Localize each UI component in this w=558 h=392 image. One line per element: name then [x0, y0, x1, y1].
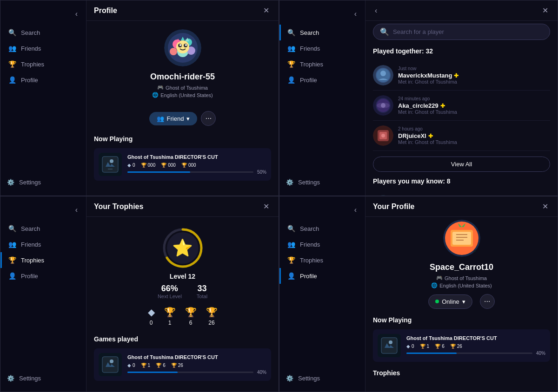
timestamp-2: 24 minutes ago: [398, 96, 550, 101]
met-in-3: Met in: Ghost of Tsushima: [398, 139, 550, 145]
gold-p3: 🏆 1: [141, 363, 151, 368]
player-item-3: 2 hours ago DRjuiceXl ✚ Met in: Ghost of…: [373, 121, 550, 151]
avatar-ace: [373, 195, 393, 196]
online-button-p4[interactable]: Online ▾: [428, 294, 472, 309]
back-btn-p4[interactable]: ‹: [352, 204, 359, 216]
online-dot-p4: [435, 300, 439, 303]
game-title-p3: Ghost of Tsushima DIRECTOR'S CUT: [127, 354, 266, 360]
progress-pct-p3: 40%: [257, 370, 266, 375]
sidebar-trophies-p1[interactable]: 🏆 Trophies: [0, 56, 86, 72]
silver-icon: 🏆: [161, 163, 166, 168]
met-in-1: Met in: Ghost of Tsushima: [398, 79, 550, 85]
gold-p1: 🏆 000: [141, 163, 156, 168]
platinum-p1: ◆ 0: [127, 163, 135, 168]
friend-button-p1[interactable]: 👥 Friend ▾: [149, 112, 198, 125]
sidebar-profile-p3[interactable]: 👤 Profile: [0, 268, 86, 284]
sidebar-profile-p4[interactable]: 👤 Profile: [279, 268, 365, 284]
close-btn-p4[interactable]: ✕: [540, 200, 550, 213]
search-box-p2[interactable]: 🔍: [373, 24, 550, 40]
game-thumbnail-p3: [99, 353, 122, 376]
sidebar-friends-p3[interactable]: 👥 Friends: [0, 236, 86, 252]
panel-search: ‹ 🔍 Search 👥 Friends 🏆 Trophies 👤 Profil…: [279, 0, 558, 196]
search-input-p2[interactable]: [393, 28, 543, 35]
close-btn-p2[interactable]: ✕: [540, 4, 550, 17]
settings-p3[interactable]: ⚙️ Settings: [0, 371, 86, 386]
sidebar-search-p1[interactable]: 🔍 Search: [0, 25, 86, 40]
trophy-row-p1: ◆ 0 🏆 000 🏆 000 🏆 000: [127, 163, 266, 168]
back-btn-p3[interactable]: ‹: [73, 204, 80, 216]
trophy-level-container: ⭐: [162, 227, 204, 269]
sidebar-friends-p4[interactable]: 👥 Friends: [279, 236, 365, 252]
games-played-label: Games played: [94, 335, 271, 343]
settings-p2[interactable]: ⚙️ Settings: [279, 175, 365, 190]
sidebar-profile-p2[interactable]: 👤 Profile: [279, 72, 365, 88]
main-p4: Space_Carrot10 🎮 Ghost of Tsushima 🌐 Eng…: [365, 196, 558, 392]
search-icon-p2: 🔍: [287, 29, 295, 36]
trophy-star-icon: ⭐: [162, 227, 204, 269]
sidebar-trophies-p3[interactable]: 🏆 Trophies: [0, 252, 86, 268]
profile-icon-p2: 👤: [287, 76, 295, 84]
sidebar-friends-p1[interactable]: 👥 Friends: [0, 40, 86, 56]
panel-your-profile: ‹ 🔍 Search 👥 Friends 🏆 Trophies 👤 Profil…: [279, 196, 558, 392]
gold-icon-p3: 🏆: [141, 363, 146, 368]
settings-p4[interactable]: ⚙️ Settings: [279, 371, 365, 386]
sidebar-trophies-p4[interactable]: 🏆 Trophies: [279, 252, 365, 268]
silver-type-icon: 🏆: [185, 307, 197, 318]
sidebar-profile-p1[interactable]: 👤 Profile: [0, 72, 86, 88]
topbar-p2: ‹ ✕: [365, 0, 558, 21]
controller-icon-p4: 🎮: [436, 275, 443, 281]
sidebar-friends-p2[interactable]: 👥 Friends: [279, 40, 365, 56]
gold-icon-p4: 🏆: [420, 344, 425, 349]
view-all-button[interactable]: View All: [373, 157, 550, 172]
bronze-type: 🏆 26: [206, 307, 218, 326]
silver-icon-p3: 🏆: [156, 363, 161, 368]
bronze-type-icon: 🏆: [206, 307, 218, 318]
trophies-icon-p3: 🏆: [8, 256, 16, 264]
sidebar-trophies-p2[interactable]: 🏆 Trophies: [279, 56, 365, 72]
topbar-p1: Profile ✕: [86, 0, 279, 21]
back-btn-p2b[interactable]: ‹: [373, 5, 379, 17]
bronze-p3: 🏆 26: [171, 363, 183, 368]
game-card-p3: Ghost of Tsushima DIRECTOR'S CUT ◆ 0 🏆 1…: [94, 348, 271, 381]
sidebar-search-p4[interactable]: 🔍 Search: [279, 221, 365, 236]
more-button-p1[interactable]: ···: [201, 111, 216, 126]
trophies-icon-p1: 🏆: [8, 60, 16, 68]
bronze-count-p3: 26: [208, 320, 214, 326]
back-btn-p2[interactable]: ‹: [352, 8, 359, 20]
avatar-drjuice: [373, 125, 393, 146]
panel-trophies: ‹ 🔍 Search 👥 Friends 🏆 Trophies 👤 Profil…: [0, 196, 279, 392]
close-btn-p3[interactable]: ✕: [261, 200, 271, 213]
bronze-p4: 🏆 26: [450, 344, 462, 349]
svg-point-26: [381, 103, 385, 108]
now-playing-p4: Now Playing: [373, 316, 550, 324]
back-btn-p1[interactable]: ‹: [73, 8, 80, 20]
panel-title-p1: Profile: [94, 7, 117, 15]
settings-p1[interactable]: ⚙️ Settings: [0, 175, 86, 190]
friends-icon-p4: 👥: [287, 241, 295, 248]
platinum-icon: ◆: [127, 163, 131, 168]
search-icon-p1: 🔍: [8, 29, 16, 36]
svg-rect-44: [452, 232, 471, 245]
progress-fill-p4: [406, 353, 457, 354]
sidebar-p1: ‹ 🔍 Search 👥 Friends 🏆 Trophies 👤 Profil…: [0, 0, 86, 196]
progress-pct-p1: 50%: [257, 170, 266, 175]
game-info-p4: Ghost of Tsushima DIRECTOR'S CUT ◆ 0 🏆 1…: [406, 335, 545, 356]
main-p3: ⭐ Level 12 66% Next Level 33 Total ◆ 0: [86, 196, 279, 392]
language-icon-p1: 🌐: [152, 92, 159, 98]
more-button-p4[interactable]: ···: [480, 294, 495, 309]
timestamp-3: 2 hours ago: [398, 126, 550, 131]
game-title-p4: Ghost of Tsushima DIRECTOR'S CUT: [406, 335, 545, 341]
silver-count-p3: 6: [189, 320, 193, 326]
profile-icon-p3: 👤: [8, 272, 16, 280]
gold-type-icon: 🏆: [164, 307, 176, 318]
profile-icon-p4: 👤: [287, 272, 295, 280]
total-stat: 33 Total: [197, 284, 207, 299]
profile-avatar-section: Omochi-rider-55 🎮 Ghost of Tsushima 🌐 En…: [94, 24, 271, 105]
timestamp-1: Just now: [398, 66, 550, 71]
sidebar-search-p2[interactable]: 🔍 Search: [279, 25, 365, 40]
avatar-p4: [443, 220, 480, 257]
sidebar-search-p3[interactable]: 🔍 Search: [0, 221, 86, 236]
language-icon-p4: 🌐: [431, 282, 438, 288]
gold-p4: 🏆 1: [420, 344, 430, 349]
close-btn-p1[interactable]: ✕: [261, 4, 271, 17]
